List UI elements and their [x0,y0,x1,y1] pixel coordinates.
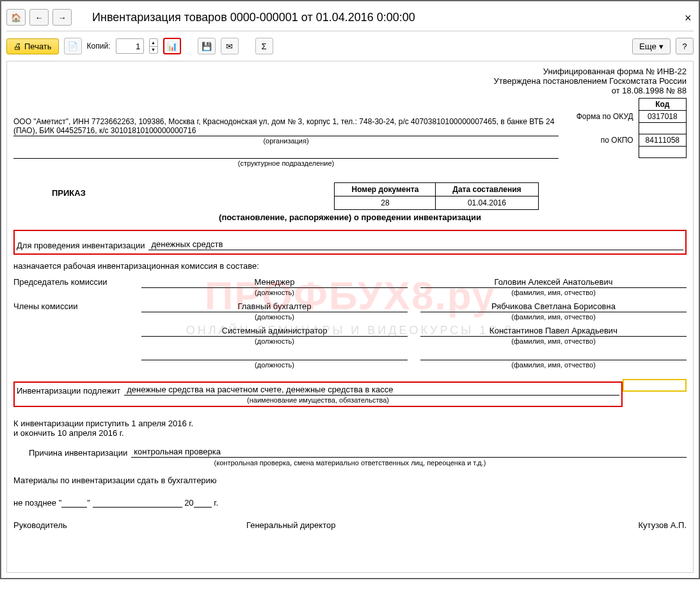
printer-icon: 🖨 [13,42,22,51]
form-header-line3: от 18.08.1998 № 88 [13,86,687,95]
for-value: денежных средств [148,239,683,250]
order-title: ПРИКАЗ [52,188,167,198]
deadline-suffix: г. [212,498,218,508]
back-button[interactable]: ← [29,9,49,26]
start-date: К инвентаризации приступить 1 апреля 201… [13,419,687,428]
for-inventory-highlight: Для проведения инвентаризации денежных с… [13,230,687,255]
kod-header: Код [639,99,686,111]
subject-highlight: Инвентаризации подлежит денежные средств… [13,381,623,407]
close-icon[interactable]: × [681,11,694,24]
fio-sub: (фамилия, имя, отчество) [420,289,687,296]
reason-label: Причина инвентаризации [29,448,127,458]
doc-number-table: Номер документаДата составления 2801.04.… [334,182,538,210]
chevron-down-icon: ▾ [659,42,664,51]
chairman-label: Председатель комиссии [13,277,129,296]
copies-label: Копий: [87,42,111,51]
preview-button[interactable]: 📄 [64,38,82,54]
docnum-value: 28 [335,196,436,210]
docdate-header: Дата составления [436,183,538,196]
form-header: Унифицированная форма № ИНВ-22 Утвержден… [13,67,687,95]
fio-sub-2: (фамилия, имя, отчество) [420,337,687,345]
okud-value: 0317018 [639,111,686,123]
position-sub-1: (должность) [141,313,408,321]
cell-cursor[interactable] [623,379,687,392]
codes-table: Код Форма по ОКУД0317018 по ОКПО84111058 [570,98,687,158]
docdate-value: 01.04.2016 [436,196,538,210]
head-label: Руководитель [13,520,221,530]
docnum-header: Номер документа [335,183,436,196]
chairman-position: Менеджер [141,277,408,288]
fio-sub-1: (фамилия, имя, отчество) [420,313,687,321]
form-header-line2: Утверждена постановлением Госкомстата Ро… [13,76,687,86]
position-sub-2: (должность) [141,337,408,345]
copies-input[interactable] [116,38,144,54]
subject-label: Инвентаризации подлежит [17,386,120,396]
member2-fio: Константинов Павел Аркадьевич [420,326,687,337]
help-button[interactable]: ? [676,38,694,54]
member3-position [141,350,408,360]
okud-label: Форма по ОКУД [570,111,639,123]
document-area[interactable]: ПРОФБУХ8.ру ОНЛАЙН-СЕМИНАРЫ И ВИДЕОКУРСЫ… [6,61,694,573]
forward-button[interactable]: → [52,9,72,26]
commission-text: назначается рабочая инвентаризационная к… [13,261,687,271]
materials-text: Материалы по инвентаризации сдать в бухг… [13,476,687,485]
export-button[interactable]: 📊 [163,38,181,54]
deadline-line: не позднее "" 20 г. [13,498,687,508]
members-label: Члены комиссии [13,301,129,321]
email-button[interactable]: ✉ [221,38,239,54]
unit-line [13,150,559,159]
subject-sublabel: (наименование имущества, обязательства) [17,396,619,404]
position-sub-3: (должность) [141,361,408,369]
organization-line: ООО "Аметист", ИНН 7723662263, 109386, М… [13,117,559,136]
head-position: Генеральный директор [246,520,454,530]
member1-position: Главный бухгалтер [141,301,408,312]
chairman-fio: Головин Алексей Анатольевич [420,277,687,288]
top-bar: 🏠 ← → Инвентаризация товаров 0000-000001… [6,6,694,31]
member2-position: Системный администратор [141,326,408,337]
organization-sublabel: (организация) [13,137,559,145]
subject-value: денежные средства на расчетном счете, де… [124,385,619,396]
page-title: Инвентаризация товаров 0000-000001 от 01… [92,11,415,24]
head-fio: Кутузов А.П. [479,520,687,530]
print-label: Печать [24,42,52,51]
form-header-line1: Унифицированная форма № ИНВ-22 [13,67,687,76]
sum-button[interactable]: Σ [255,38,273,54]
unit-sublabel: (структурное подразделение) [13,159,559,167]
print-button[interactable]: 🖨 Печать [6,38,59,54]
home-button[interactable]: 🏠 [6,9,26,26]
deadline-prefix: не позднее " [13,498,61,508]
order-subtitle: (постановление, распоряжение) о проведен… [13,212,687,222]
for-label: Для проведения инвентаризации [17,241,145,250]
more-button[interactable]: Еще ▾ [632,38,671,54]
save-button[interactable]: 💾 [198,38,216,54]
reason-value: контрольная проверка [131,447,687,458]
copies-spinner[interactable]: ▲▼ [149,38,158,54]
fio-sub-3: (фамилия, имя, отчество) [420,361,687,369]
okpo-value: 84111058 [639,134,686,147]
end-date: и окончить 10 апреля 2016 г. [13,428,687,438]
more-label: Еще [639,42,656,51]
toolbar: 🖨 Печать 📄 Копий: ▲▼ 📊 💾 ✉ Σ Еще ▾ ? [6,31,694,61]
position-sub: (должность) [141,289,408,296]
member3-fio [420,350,687,360]
deadline-year: 20 [184,498,193,508]
okpo-label: по ОКПО [570,134,639,147]
member1-fio: Рябчикова Светлана Борисовна [420,301,687,312]
reason-sublabel: (контрольная проверка, смена материально… [13,459,687,467]
deadline-mid: " [87,498,92,508]
